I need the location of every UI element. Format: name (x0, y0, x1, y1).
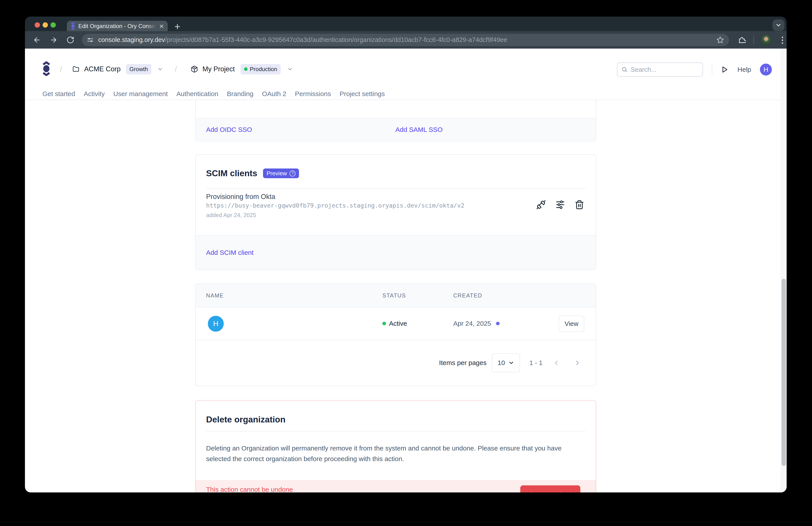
pagination-range: 1 - 1 (530, 359, 542, 367)
new-tab-button[interactable]: + (172, 20, 183, 32)
trash-icon[interactable] (575, 200, 584, 210)
chevron-down-icon (775, 22, 782, 28)
delete-organization-description: Deleting an Organization will permanentl… (206, 443, 581, 464)
page-content: / ACME Corp Growth / My Project Producti… (25, 48, 787, 493)
preview-badge[interactable]: Preview ? (263, 169, 299, 178)
project-name[interactable]: My Project (203, 65, 235, 73)
ory-logo[interactable] (42, 61, 50, 76)
search-input[interactable] (630, 66, 699, 73)
scim-client-name: Provisioning from Okta (206, 193, 275, 201)
breadcrumb: / ACME Corp Growth / My Project Producti… (60, 64, 293, 74)
breadcrumb-separator: / (175, 65, 177, 73)
close-window-button[interactable] (35, 22, 40, 28)
url-text: console.staging.ory.dev/projects/d087b7a… (98, 36, 712, 43)
zoom-window-button[interactable] (50, 22, 56, 28)
next-page-icon[interactable] (574, 359, 581, 366)
help-link[interactable]: Help (737, 66, 751, 73)
browser-tab[interactable]: Edit Organization - Ory Console × (67, 21, 168, 31)
items-per-page-label: Items per pages (439, 359, 487, 367)
prev-page-icon[interactable] (553, 359, 560, 366)
header-divider (712, 65, 712, 74)
project-nav: Get started Activity User management Aut… (42, 90, 385, 98)
delete-card-footer: This action cannot be undone Delete orga… (196, 480, 596, 493)
tab-strip: Edit Organization - Ory Console × + (25, 17, 787, 31)
sso-card: Add OIDC SSO Add SAML SSO (195, 100, 596, 141)
scim-client-actions (536, 200, 584, 210)
unplug-icon[interactable] (536, 200, 546, 210)
delete-organization-title: Delete organization (206, 415, 286, 424)
window-controls (35, 22, 56, 28)
site-info-icon[interactable] (87, 37, 94, 43)
scrollbar-thumb[interactable] (782, 279, 786, 466)
view-button[interactable]: View (559, 315, 584, 332)
column-created: CREATED (453, 293, 482, 299)
column-status: STATUS (382, 293, 406, 299)
delete-organization-card: Delete organization Deleting an Organiza… (195, 400, 596, 493)
chevron-down-icon (508, 360, 514, 366)
table-header: NAME STATUS CREATED (196, 284, 596, 308)
add-scim-client-link[interactable]: Add SCIM client (206, 249, 253, 256)
sliders-icon[interactable] (555, 200, 565, 210)
nav-item-activity[interactable]: Activity (84, 90, 105, 98)
production-status-dot (244, 67, 248, 71)
nav-item-oauth2[interactable]: OAuth 2 (262, 90, 286, 98)
toolbar-divider (753, 35, 754, 45)
scim-client-url: https://busy-beaver-gqwvd0fb79.projects.… (206, 202, 464, 209)
browser-menu-icon[interactable]: ⋮ (778, 35, 787, 45)
tab-search-button[interactable] (772, 19, 784, 31)
scrollbar-track[interactable] (781, 48, 787, 493)
search-icon (621, 66, 627, 73)
reload-icon[interactable] (67, 36, 74, 44)
sso-card-footer: Add OIDC SSO Add SAML SSO (196, 118, 596, 140)
project-env-badge: Production (241, 64, 281, 74)
undone-warning-text: This action cannot be undone (206, 486, 293, 493)
scim-clients-card: SCIM clients Preview ? Provisioning from… (195, 154, 596, 270)
nav-item-permissions[interactable]: Permissions (295, 90, 331, 98)
address-bar[interactable]: console.staging.ory.dev/projects/d087b7a… (82, 34, 729, 46)
table-row: H Active Apr 24, 2025 View (196, 308, 596, 340)
search-box[interactable] (617, 62, 703, 76)
nav-item-get-started[interactable]: Get started (42, 90, 75, 98)
add-saml-sso-link[interactable]: Add SAML SSO (395, 126, 443, 133)
bookmark-star-icon[interactable] (716, 36, 724, 44)
column-name: NAME (206, 293, 224, 299)
project-package-icon (191, 65, 198, 73)
status-badge: Active (389, 320, 407, 327)
nav-item-authentication[interactable]: Authentication (176, 90, 218, 98)
tab-close-icon[interactable]: × (159, 23, 164, 29)
active-status-dot (382, 322, 386, 325)
scim-card-footer: Add SCIM client (196, 235, 596, 270)
browser-toolbar: console.staging.ory.dev/projects/d087b7a… (25, 31, 787, 48)
user-avatar[interactable]: H (760, 63, 772, 75)
browser-profile-avatar[interactable] (762, 35, 771, 45)
page-size-select[interactable]: 10 (492, 353, 520, 372)
breadcrumb-separator: / (60, 65, 62, 73)
nav-item-user-management[interactable]: User management (113, 90, 168, 98)
created-cell: Apr 24, 2025 (453, 308, 499, 340)
workspace-plan-badge: Growth (126, 64, 151, 74)
delete-organization-button[interactable]: Delete organization (520, 485, 580, 493)
created-date: Apr 24, 2025 (453, 320, 491, 327)
nav-item-branding[interactable]: Branding (227, 90, 253, 98)
scim-client-added-date: added Apr 24, 2025 (206, 212, 256, 218)
status-cell: Active (382, 308, 407, 340)
play-icon[interactable] (721, 66, 728, 73)
add-oidc-sso-link[interactable]: Add OIDC SSO (206, 126, 252, 133)
back-icon[interactable] (33, 36, 41, 44)
workspace-name[interactable]: ACME Corp (84, 65, 120, 73)
workspace-chevron-down-icon[interactable] (157, 66, 163, 72)
tab-title: Edit Organization - Ory Console (78, 23, 156, 30)
forward-icon[interactable] (50, 36, 58, 44)
section-divider (206, 188, 585, 189)
indigo-dot (496, 322, 499, 325)
extensions-icon[interactable] (738, 35, 746, 44)
ory-favicon (71, 22, 75, 30)
folder-icon (72, 66, 79, 72)
minimize-window-button[interactable] (43, 22, 48, 28)
section-divider (206, 431, 585, 431)
row-avatar: H (208, 316, 224, 332)
nav-item-project-settings[interactable]: Project settings (339, 90, 385, 98)
project-chevron-down-icon[interactable] (287, 66, 293, 72)
scim-clients-title: SCIM clients (206, 169, 257, 178)
help-circle-icon: ? (290, 170, 295, 176)
